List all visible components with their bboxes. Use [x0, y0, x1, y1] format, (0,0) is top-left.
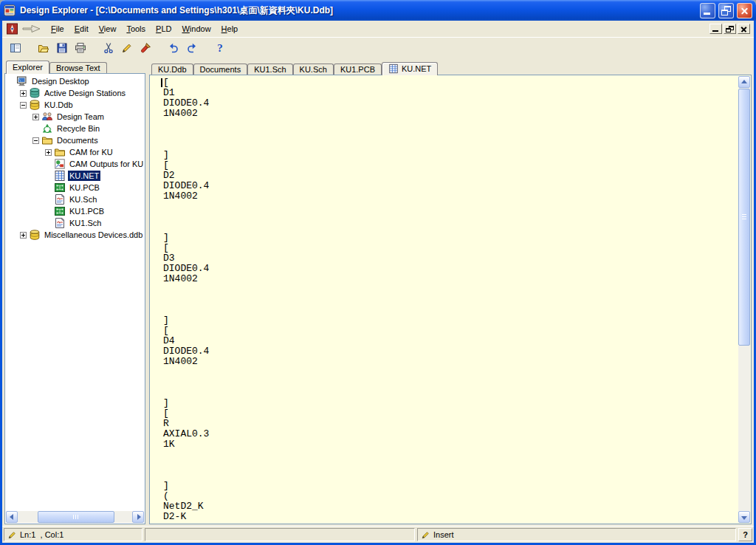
tree-indent [6, 176, 45, 176]
mdi-window-controls [709, 24, 752, 34]
cam-icon [54, 158, 66, 170]
scroll-up-button[interactable] [738, 76, 750, 88]
app-icon [4, 4, 16, 16]
forward-arrow-icon[interactable] [21, 24, 42, 34]
scroll-left-button[interactable] [6, 511, 18, 523]
expand-icon[interactable] [20, 90, 27, 97]
close-button[interactable] [737, 3, 752, 18]
titlebar[interactable]: Design Explorer - [C:\Documents and Sett… [0, 0, 756, 21]
help-label: ? [743, 530, 748, 539]
menu-edit[interactable]: Edit [69, 23, 94, 35]
tree-item-design-team[interactable]: Design Team [6, 111, 144, 123]
sch-icon [54, 193, 66, 205]
edit-pencil-icon [8, 530, 17, 539]
format-paint-button[interactable] [136, 39, 154, 56]
navigation-panel: ExplorerBrowse Text Design DesktopActive… [4, 60, 145, 524]
status-bar: Ln:1 , Col:1 Insert ? [2, 526, 754, 543]
mdi-close-button[interactable] [738, 24, 750, 34]
expand-spacer [45, 185, 52, 191]
doc-tab-label: KU.NET [402, 64, 431, 73]
doc-tab-label: KU1.PCB [340, 65, 375, 74]
edit-text-button[interactable] [117, 39, 136, 56]
tree-item-cam-outputs-for-ku[interactable]: CAM Outputs for KU [6, 158, 144, 170]
expand-spacer [45, 161, 52, 168]
svg-text:?: ? [217, 42, 223, 54]
doc-tab-ku-net[interactable]: KU.NET [382, 62, 438, 75]
tab-explorer[interactable]: Explorer [6, 61, 49, 74]
expand-icon[interactable] [32, 114, 39, 120]
horizontal-scrollbar[interactable] [6, 511, 144, 523]
tree-item-active-design-stations[interactable]: Active Design Stations [6, 87, 144, 99]
redo-button[interactable] [182, 39, 201, 56]
menu-view[interactable]: View [94, 23, 122, 35]
toggle-design-manager-button[interactable] [6, 39, 24, 56]
tree-item-recycle-bin[interactable]: Recycle Bin [6, 123, 144, 134]
expand-spacer [7, 78, 14, 85]
stations-icon [29, 87, 41, 99]
menu-pld[interactable]: PLD [151, 23, 176, 35]
tree-item-miscellaneous-devices-ddb[interactable]: Miscellaneous Devices.ddb [6, 229, 144, 241]
tree-item-ku1-sch[interactable]: KU1.Sch [6, 217, 144, 229]
restore-button[interactable] [718, 3, 734, 18]
undo-button[interactable] [164, 39, 182, 56]
tree-item-label: Design Team [55, 112, 106, 122]
tree-item-label: KU.NET [68, 171, 100, 181]
doc-tab-documents[interactable]: Documents [193, 64, 248, 75]
mdi-restore-button[interactable] [724, 24, 736, 34]
expand-spacer [45, 220, 52, 227]
tree-item-label: KU.Ddb [43, 100, 75, 110]
tree-indent [6, 199, 45, 200]
collapse-icon[interactable] [32, 137, 39, 144]
text-editor-area: [ D1 DIODE0.4 1N4002 ] [ D2 DIODE0.4 1N4… [149, 75, 752, 524]
tree-item-label: Miscellaneous Devices.ddb [43, 230, 144, 240]
tree-item-documents[interactable]: Documents [6, 134, 144, 146]
doc-tab-ku1-sch[interactable]: KU1.Sch [247, 64, 292, 75]
tree-item-ku1-pcb[interactable]: KU1.PCB [6, 205, 144, 217]
open-document-button[interactable] [34, 39, 52, 56]
tree-item-ku-ddb[interactable]: KU.Ddb [6, 99, 144, 111]
scrollbar-thumb[interactable] [38, 511, 114, 523]
text-editor[interactable]: [ D1 DIODE0.4 1N4002 ] [ D2 DIODE0.4 1N4… [150, 75, 738, 524]
document-system-icon[interactable] [6, 23, 18, 35]
tree-indent [6, 235, 20, 236]
tab-browse-text[interactable]: Browse Text [49, 62, 107, 73]
minimize-button[interactable] [700, 3, 715, 18]
tree-indent [6, 117, 32, 117]
expand-icon[interactable] [45, 149, 52, 156]
folder-icon [41, 134, 53, 146]
scroll-right-button[interactable] [132, 511, 144, 523]
menu-tools[interactable]: Tools [121, 23, 151, 35]
doc-tab-ku1-pcb[interactable]: KU1.PCB [334, 64, 382, 75]
tree-item-ku-pcb[interactable]: KU.PCB [6, 182, 144, 193]
tree-item-ku-sch[interactable]: KU.Sch [6, 193, 144, 205]
net-icon [54, 170, 66, 182]
pcb-icon [54, 182, 66, 193]
print-button[interactable] [71, 39, 89, 56]
cursor-position: Ln:1 , Col:1 [20, 530, 63, 539]
minimize-icon [704, 13, 710, 15]
save-document-button[interactable] [52, 39, 71, 56]
expand-icon[interactable] [20, 232, 27, 239]
help-button[interactable]: ? [210, 39, 229, 56]
toolbar: ? [2, 37, 754, 58]
tree-indent [6, 211, 45, 212]
scroll-down-button[interactable] [738, 511, 750, 523]
doc-tab-ku-sch[interactable]: KU.Sch [293, 64, 334, 75]
tree-indent [6, 128, 32, 129]
save-icon [56, 42, 68, 54]
menu-help[interactable]: Help [216, 23, 244, 35]
cut-button[interactable] [99, 39, 117, 56]
doc-tab-ku-ddb[interactable]: KU.Ddb [151, 64, 193, 75]
tree-item-ku-net[interactable]: KU.NET [6, 170, 144, 182]
mdi-minimize-button[interactable] [709, 24, 722, 34]
vertical-scrollbar[interactable] [738, 76, 750, 523]
menu-window[interactable]: Window [176, 23, 216, 35]
collapse-icon[interactable] [20, 102, 27, 109]
help-button[interactable]: ? [738, 528, 752, 541]
tree-item-label: KU.PCB [68, 182, 101, 193]
menu-file[interactable]: File [46, 23, 69, 35]
tree-item-design-desktop[interactable]: Design Desktop [6, 75, 144, 87]
sch-icon [54, 217, 66, 229]
scrollbar-thumb[interactable] [738, 89, 750, 346]
tree-item-cam-for-ku[interactable]: CAM for KU [6, 146, 144, 158]
